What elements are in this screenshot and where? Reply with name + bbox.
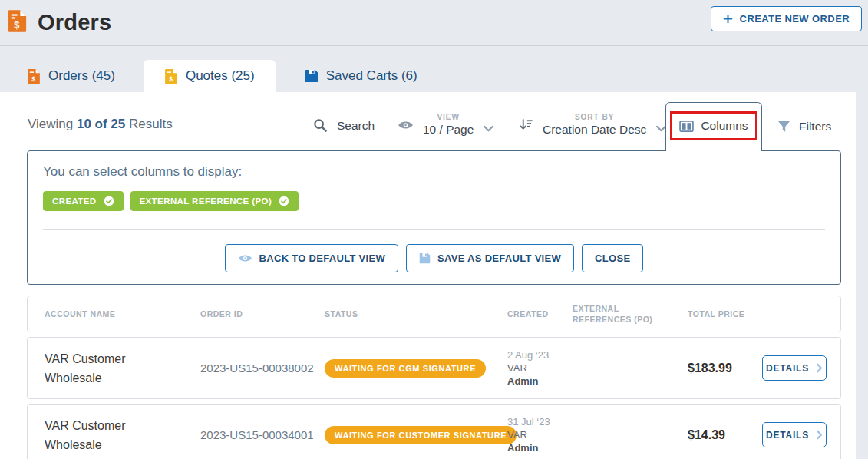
created-date: 31 Jul ‘23 — [507, 415, 573, 428]
col-header-account-name: ACCOUNT NAME — [45, 309, 200, 319]
columns-tab-button[interactable]: Columns — [665, 102, 762, 151]
view-label: VIEW — [437, 113, 460, 121]
panel-divider — [43, 230, 825, 230]
sort-label: SORT BY — [575, 113, 614, 121]
create-new-order-label: CREATE NEW ORDER — [740, 13, 850, 25]
eye-icon — [398, 120, 414, 130]
save-as-default-view-label: SAVE AS DEFAULT VIEW — [437, 253, 561, 264]
col-header-order-id: ORDER ID — [200, 309, 325, 319]
columns-selection-panel: You can select columns to display: CREAT… — [27, 150, 841, 285]
account-name-cell: VAR Customer Wholesale — [45, 416, 156, 454]
tab-saved-carts-label: Saved Carts (6) — [326, 68, 417, 84]
order-id-cell: 2023-US15-00038002 — [200, 362, 325, 375]
created-cell: 31 Jul ‘23 VAR Admin — [507, 415, 573, 454]
orders-doc-dollar-icon: $ — [7, 9, 28, 33]
svg-text:$: $ — [31, 75, 35, 83]
orders-tab-icon: $ — [27, 68, 41, 84]
total-price-cell: $183.99 — [688, 362, 762, 375]
col-header-status: STATUS — [325, 309, 507, 319]
details-label: DETAILS — [766, 363, 809, 374]
details-button[interactable]: DETAILS — [762, 355, 827, 381]
page-title: Orders — [38, 10, 111, 35]
created-org: VAR — [507, 428, 573, 441]
chevron-right-icon — [816, 430, 823, 440]
columns-panel-heading: You can select columns to display: — [43, 164, 825, 180]
tab-quotes-active[interactable]: $ Quotes (25) — [144, 60, 276, 92]
status-cell: WAITING FOR CGM SIGNATURE — [325, 359, 507, 378]
chip-created[interactable]: CREATED — [43, 191, 124, 211]
col-header-created: CREATED — [507, 309, 573, 319]
chevron-down-icon — [483, 125, 494, 132]
chip-external-reference-po-label: EXTERNAL REFERENCE (PO) — [140, 196, 272, 206]
table-row: VAR Customer Wholesale 2023-US15-0003400… — [27, 404, 841, 459]
filters-button[interactable]: Filters — [777, 120, 831, 134]
close-button[interactable]: CLOSE — [582, 244, 643, 272]
created-date: 2 Aug ‘23 — [507, 348, 573, 362]
search-label: Search — [337, 119, 375, 133]
columns-label: Columns — [701, 119, 748, 133]
check-circle-icon — [279, 196, 289, 206]
chip-external-reference-po[interactable]: EXTERNAL REFERENCE (PO) — [130, 191, 299, 211]
svg-text:$: $ — [14, 19, 19, 31]
col-header-total-price: TOTAL PRICE — [688, 309, 762, 319]
account-name-cell: VAR Customer Wholesale — [45, 349, 156, 388]
total-price-cell: $14.39 — [688, 428, 762, 442]
back-to-default-view-button[interactable]: BACK TO DEFAULT VIEW — [225, 244, 398, 272]
view-per-page-dropdown[interactable]: VIEW 10 / Page — [398, 113, 494, 137]
search-icon — [313, 118, 328, 133]
save-floppy-icon — [419, 253, 431, 264]
filter-funnel-icon — [777, 121, 790, 133]
page-header: $ Orders CREATE NEW ORDER — [0, 0, 868, 46]
quotes-tab-icon: $ — [164, 68, 178, 84]
sort-desc-icon — [519, 117, 533, 132]
created-user: Admin — [507, 375, 573, 388]
tab-orders[interactable]: $ Orders (45) — [27, 60, 115, 92]
view-value: 10 / Page — [423, 123, 474, 137]
tab-orders-label: Orders (45) — [48, 68, 115, 84]
saved-carts-floppy-icon — [305, 69, 318, 83]
details-button[interactable]: DETAILS — [762, 422, 827, 447]
viewing-results-text: Viewing 10 of 25 Results — [28, 117, 173, 132]
tab-quotes-label: Quotes (25) — [186, 68, 255, 84]
viewing-prefix: Viewing — [28, 117, 77, 131]
save-as-default-view-button[interactable]: SAVE AS DEFAULT VIEW — [406, 244, 574, 272]
chip-created-label: CREATED — [52, 196, 97, 206]
panel-buttons: BACK TO DEFAULT VIEW SAVE AS DEFAULT VIE… — [43, 244, 825, 272]
col-header-external-references: EXTERNAL REFERENCES (PO) — [573, 303, 688, 325]
tab-bar: $ Orders (45) $ Quotes (25) Saved Carts … — [0, 46, 868, 92]
columns-icon — [679, 121, 694, 132]
table-row: VAR Customer Wholesale 2023-US15-0003800… — [27, 337, 841, 399]
close-label: CLOSE — [595, 253, 630, 264]
order-id-cell: 2023-US15-00034001 — [200, 428, 325, 441]
status-badge: WAITING FOR CGM SIGNATURE — [325, 359, 486, 378]
viewing-suffix: Results — [125, 117, 172, 131]
plus-icon — [723, 14, 733, 24]
search-button[interactable]: Search — [313, 118, 375, 133]
tab-saved-carts[interactable]: Saved Carts (6) — [305, 60, 417, 92]
status-cell: WAITING FOR CUSTOMER SIGNATURE — [325, 426, 507, 444]
filters-label: Filters — [799, 120, 831, 134]
eye-icon — [238, 253, 252, 263]
status-badge: WAITING FOR CUSTOMER SIGNATURE — [325, 426, 517, 444]
svg-text:$: $ — [169, 75, 173, 83]
back-to-default-view-label: BACK TO DEFAULT VIEW — [259, 253, 385, 264]
created-org: VAR — [507, 362, 573, 375]
column-chips: CREATED EXTERNAL REFERENCE (PO) — [43, 191, 825, 211]
viewing-count: 10 of 25 — [77, 117, 125, 131]
results-toolbar: Viewing 10 of 25 Results Search VIEW 10 … — [0, 92, 856, 150]
created-user: Admin — [507, 441, 573, 454]
chevron-right-icon — [816, 363, 823, 373]
table-header-row: ACCOUNT NAME ORDER ID STATUS CREATED EXT… — [27, 296, 841, 332]
orders-page: $ Orders CREATE NEW ORDER $ Orders (45) — [0, 0, 868, 459]
sort-value: Creation Date Desc — [543, 123, 646, 137]
highlight-red-box: Columns — [670, 111, 757, 140]
sort-by-dropdown[interactable]: SORT BY Creation Date Desc — [519, 113, 667, 137]
check-circle-icon — [104, 196, 114, 206]
content-area: Viewing 10 of 25 Results Search VIEW 10 … — [0, 92, 856, 459]
details-label: DETAILS — [766, 430, 809, 441]
create-new-order-button[interactable]: CREATE NEW ORDER — [711, 6, 862, 31]
created-cell: 2 Aug ‘23 VAR Admin — [507, 348, 573, 388]
